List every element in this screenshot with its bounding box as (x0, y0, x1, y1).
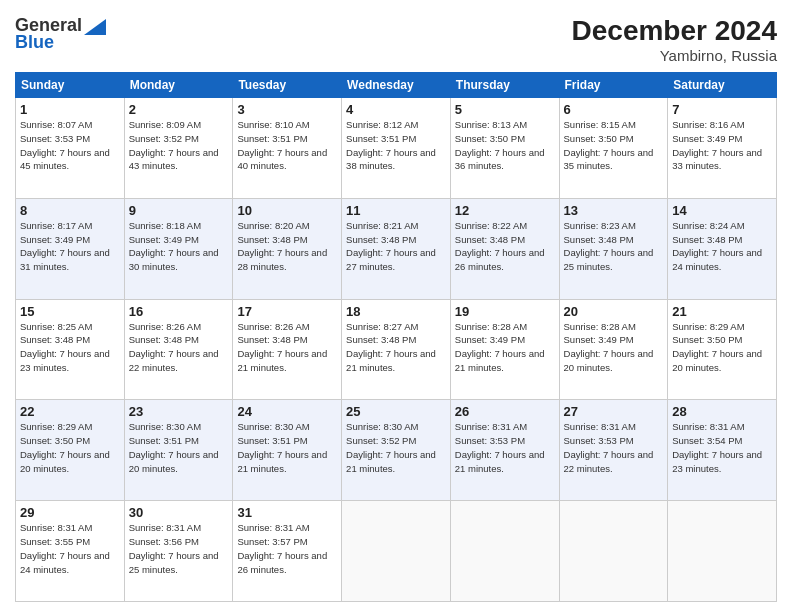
day-number: 22 (20, 404, 120, 419)
table-cell: 2 Sunrise: 8:09 AMSunset: 3:52 PMDayligh… (124, 98, 233, 199)
table-cell: 22 Sunrise: 8:29 AMSunset: 3:50 PMDaylig… (16, 400, 125, 501)
day-info: Sunrise: 8:29 AMSunset: 3:50 PMDaylight:… (672, 321, 762, 373)
day-info: Sunrise: 8:31 AMSunset: 3:57 PMDaylight:… (237, 522, 327, 574)
title-block: December 2024 Yambirno, Russia (572, 15, 777, 64)
table-cell: 14 Sunrise: 8:24 AMSunset: 3:48 PMDaylig… (668, 198, 777, 299)
day-info: Sunrise: 8:17 AMSunset: 3:49 PMDaylight:… (20, 220, 110, 272)
col-thursday: Thursday (450, 73, 559, 98)
table-cell: 25 Sunrise: 8:30 AMSunset: 3:52 PMDaylig… (342, 400, 451, 501)
day-number: 30 (129, 505, 229, 520)
table-cell: 12 Sunrise: 8:22 AMSunset: 3:48 PMDaylig… (450, 198, 559, 299)
logo-blue: Blue (15, 32, 54, 53)
day-info: Sunrise: 8:07 AMSunset: 3:53 PMDaylight:… (20, 119, 110, 171)
day-number: 8 (20, 203, 120, 218)
day-number: 3 (237, 102, 337, 117)
day-number: 15 (20, 304, 120, 319)
day-info: Sunrise: 8:30 AMSunset: 3:51 PMDaylight:… (237, 421, 327, 473)
table-cell: 24 Sunrise: 8:30 AMSunset: 3:51 PMDaylig… (233, 400, 342, 501)
day-number: 21 (672, 304, 772, 319)
table-cell (668, 501, 777, 602)
header: General Blue December 2024 Yambirno, Rus… (15, 15, 777, 64)
table-cell: 30 Sunrise: 8:31 AMSunset: 3:56 PMDaylig… (124, 501, 233, 602)
table-cell (342, 501, 451, 602)
table-cell: 4 Sunrise: 8:12 AMSunset: 3:51 PMDayligh… (342, 98, 451, 199)
col-tuesday: Tuesday (233, 73, 342, 98)
table-cell: 13 Sunrise: 8:23 AMSunset: 3:48 PMDaylig… (559, 198, 668, 299)
table-cell: 11 Sunrise: 8:21 AMSunset: 3:48 PMDaylig… (342, 198, 451, 299)
day-info: Sunrise: 8:23 AMSunset: 3:48 PMDaylight:… (564, 220, 654, 272)
day-number: 6 (564, 102, 664, 117)
day-info: Sunrise: 8:31 AMSunset: 3:56 PMDaylight:… (129, 522, 219, 574)
table-cell: 17 Sunrise: 8:26 AMSunset: 3:48 PMDaylig… (233, 299, 342, 400)
day-info: Sunrise: 8:09 AMSunset: 3:52 PMDaylight:… (129, 119, 219, 171)
calendar-table: Sunday Monday Tuesday Wednesday Thursday… (15, 72, 777, 602)
day-info: Sunrise: 8:20 AMSunset: 3:48 PMDaylight:… (237, 220, 327, 272)
header-row: Sunday Monday Tuesday Wednesday Thursday… (16, 73, 777, 98)
week-row-3: 15 Sunrise: 8:25 AMSunset: 3:48 PMDaylig… (16, 299, 777, 400)
day-number: 16 (129, 304, 229, 319)
day-info: Sunrise: 8:28 AMSunset: 3:49 PMDaylight:… (455, 321, 545, 373)
table-cell: 7 Sunrise: 8:16 AMSunset: 3:49 PMDayligh… (668, 98, 777, 199)
calendar-subtitle: Yambirno, Russia (572, 47, 777, 64)
table-cell: 21 Sunrise: 8:29 AMSunset: 3:50 PMDaylig… (668, 299, 777, 400)
day-info: Sunrise: 8:30 AMSunset: 3:51 PMDaylight:… (129, 421, 219, 473)
table-cell: 6 Sunrise: 8:15 AMSunset: 3:50 PMDayligh… (559, 98, 668, 199)
logo: General Blue (15, 15, 106, 53)
day-number: 1 (20, 102, 120, 117)
day-number: 25 (346, 404, 446, 419)
day-info: Sunrise: 8:27 AMSunset: 3:48 PMDaylight:… (346, 321, 436, 373)
day-number: 23 (129, 404, 229, 419)
day-number: 4 (346, 102, 446, 117)
col-sunday: Sunday (16, 73, 125, 98)
day-number: 12 (455, 203, 555, 218)
day-number: 14 (672, 203, 772, 218)
week-row-1: 1 Sunrise: 8:07 AMSunset: 3:53 PMDayligh… (16, 98, 777, 199)
table-cell: 9 Sunrise: 8:18 AMSunset: 3:49 PMDayligh… (124, 198, 233, 299)
table-cell: 29 Sunrise: 8:31 AMSunset: 3:55 PMDaylig… (16, 501, 125, 602)
week-row-2: 8 Sunrise: 8:17 AMSunset: 3:49 PMDayligh… (16, 198, 777, 299)
day-info: Sunrise: 8:10 AMSunset: 3:51 PMDaylight:… (237, 119, 327, 171)
table-cell: 23 Sunrise: 8:30 AMSunset: 3:51 PMDaylig… (124, 400, 233, 501)
day-number: 9 (129, 203, 229, 218)
day-info: Sunrise: 8:21 AMSunset: 3:48 PMDaylight:… (346, 220, 436, 272)
day-number: 28 (672, 404, 772, 419)
table-cell: 28 Sunrise: 8:31 AMSunset: 3:54 PMDaylig… (668, 400, 777, 501)
table-cell: 26 Sunrise: 8:31 AMSunset: 3:53 PMDaylig… (450, 400, 559, 501)
day-info: Sunrise: 8:26 AMSunset: 3:48 PMDaylight:… (129, 321, 219, 373)
day-number: 24 (237, 404, 337, 419)
day-info: Sunrise: 8:13 AMSunset: 3:50 PMDaylight:… (455, 119, 545, 171)
svg-marker-0 (84, 19, 106, 35)
day-info: Sunrise: 8:31 AMSunset: 3:53 PMDaylight:… (564, 421, 654, 473)
table-cell: 19 Sunrise: 8:28 AMSunset: 3:49 PMDaylig… (450, 299, 559, 400)
day-number: 18 (346, 304, 446, 319)
day-number: 13 (564, 203, 664, 218)
day-info: Sunrise: 8:16 AMSunset: 3:49 PMDaylight:… (672, 119, 762, 171)
table-cell: 18 Sunrise: 8:27 AMSunset: 3:48 PMDaylig… (342, 299, 451, 400)
day-number: 17 (237, 304, 337, 319)
day-info: Sunrise: 8:12 AMSunset: 3:51 PMDaylight:… (346, 119, 436, 171)
logo-icon (84, 19, 106, 35)
day-info: Sunrise: 8:31 AMSunset: 3:54 PMDaylight:… (672, 421, 762, 473)
table-cell: 16 Sunrise: 8:26 AMSunset: 3:48 PMDaylig… (124, 299, 233, 400)
day-number: 5 (455, 102, 555, 117)
day-number: 2 (129, 102, 229, 117)
table-cell: 8 Sunrise: 8:17 AMSunset: 3:49 PMDayligh… (16, 198, 125, 299)
day-number: 11 (346, 203, 446, 218)
table-cell: 3 Sunrise: 8:10 AMSunset: 3:51 PMDayligh… (233, 98, 342, 199)
day-info: Sunrise: 8:15 AMSunset: 3:50 PMDaylight:… (564, 119, 654, 171)
col-friday: Friday (559, 73, 668, 98)
col-monday: Monday (124, 73, 233, 98)
table-cell: 15 Sunrise: 8:25 AMSunset: 3:48 PMDaylig… (16, 299, 125, 400)
table-cell (450, 501, 559, 602)
table-cell (559, 501, 668, 602)
week-row-5: 29 Sunrise: 8:31 AMSunset: 3:55 PMDaylig… (16, 501, 777, 602)
calendar-title: December 2024 (572, 15, 777, 47)
table-cell: 31 Sunrise: 8:31 AMSunset: 3:57 PMDaylig… (233, 501, 342, 602)
table-cell: 20 Sunrise: 8:28 AMSunset: 3:49 PMDaylig… (559, 299, 668, 400)
day-info: Sunrise: 8:31 AMSunset: 3:55 PMDaylight:… (20, 522, 110, 574)
table-cell: 5 Sunrise: 8:13 AMSunset: 3:50 PMDayligh… (450, 98, 559, 199)
day-number: 20 (564, 304, 664, 319)
day-info: Sunrise: 8:30 AMSunset: 3:52 PMDaylight:… (346, 421, 436, 473)
table-cell: 27 Sunrise: 8:31 AMSunset: 3:53 PMDaylig… (559, 400, 668, 501)
day-info: Sunrise: 8:25 AMSunset: 3:48 PMDaylight:… (20, 321, 110, 373)
